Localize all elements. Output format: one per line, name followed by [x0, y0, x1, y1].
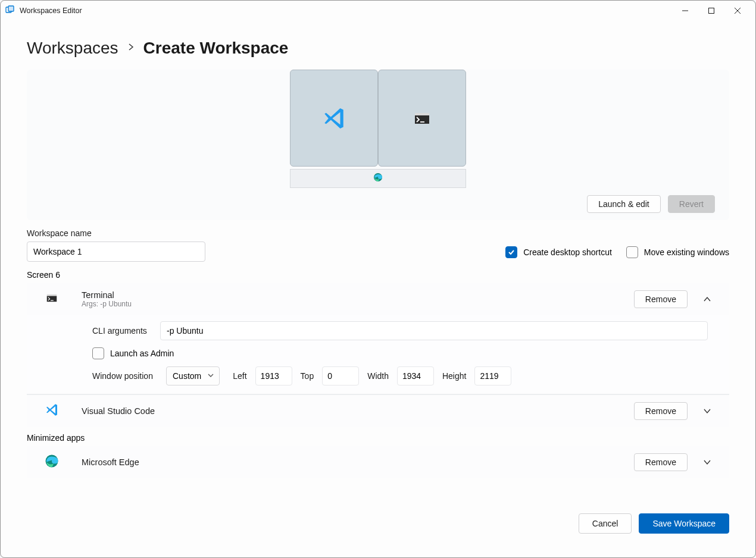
expand-button[interactable] — [698, 453, 716, 471]
cli-arguments-input[interactable] — [160, 321, 708, 340]
app-name: Microsoft Edge — [82, 457, 616, 467]
minimize-button[interactable] — [672, 2, 698, 20]
app-details-terminal: CLI arguments Launch as Admin Window pos… — [27, 315, 729, 394]
revert-button: Revert — [668, 195, 715, 213]
svg-rect-3 — [709, 8, 714, 14]
collapse-button[interactable] — [698, 290, 716, 308]
cli-arguments-label: CLI arguments — [92, 326, 152, 336]
chevron-right-icon — [127, 43, 135, 54]
chevron-up-icon — [703, 295, 711, 303]
workspace-name-input[interactable] — [27, 242, 205, 262]
layout-preview-panel: Launch & edit Revert — [27, 70, 729, 220]
page-title: Create Workspace — [143, 39, 289, 58]
window-position-label: Window position — [92, 371, 158, 381]
remove-button[interactable]: Remove — [634, 453, 688, 471]
window-position-select[interactable]: Custom — [166, 366, 220, 385]
top-input[interactable] — [322, 366, 359, 385]
remove-button[interactable]: Remove — [634, 290, 688, 308]
workspace-name-label: Workspace name — [27, 228, 205, 238]
breadcrumb-root[interactable]: Workspaces — [27, 39, 118, 58]
close-button[interactable] — [724, 2, 751, 20]
move-windows-checkbox[interactable]: Move existing windows — [626, 246, 729, 258]
left-input[interactable] — [255, 366, 292, 385]
svg-rect-1 — [8, 6, 14, 11]
save-workspace-button[interactable]: Save Workspace — [639, 513, 729, 534]
app-row-terminal: Terminal Args: -p Ubuntu Remove — [27, 283, 729, 315]
vscode-icon — [45, 403, 59, 419]
chevron-down-icon — [207, 371, 214, 381]
svg-rect-10 — [47, 294, 57, 296]
app-name: Terminal — [82, 290, 616, 300]
remove-button[interactable]: Remove — [634, 402, 688, 420]
edge-icon — [373, 173, 383, 184]
app-window: Workspaces Editor Workspaces Create Work… — [0, 0, 756, 558]
chevron-down-icon — [703, 458, 711, 466]
edge-icon — [45, 454, 59, 471]
layout-taskbar — [290, 169, 466, 188]
left-label: Left — [233, 371, 246, 381]
width-input[interactable] — [397, 366, 434, 385]
maximize-button[interactable] — [698, 2, 724, 20]
height-input[interactable] — [474, 366, 511, 385]
window-title: Workspaces Editor — [20, 7, 82, 15]
launch-as-admin-checkbox[interactable]: Launch as Admin — [92, 347, 174, 359]
top-label: Top — [301, 371, 314, 381]
layout-tile-terminal[interactable] — [378, 70, 466, 167]
launch-edit-button[interactable]: Launch & edit — [587, 195, 661, 213]
chevron-down-icon — [703, 407, 711, 415]
minimized-section-title: Minimized apps — [13, 433, 743, 443]
app-subtitle: Args: -p Ubuntu — [82, 300, 616, 308]
app-name: Visual Studio Code — [82, 406, 616, 416]
layout-tile-vscode[interactable] — [290, 70, 378, 167]
checkbox-unchecked-icon — [92, 347, 104, 359]
width-label: Width — [367, 371, 389, 381]
height-label: Height — [442, 371, 466, 381]
cancel-button[interactable]: Cancel — [579, 513, 632, 534]
checkbox-checked-icon — [505, 246, 517, 258]
screen-section-title: Screen 6 — [13, 270, 743, 280]
breadcrumb: Workspaces Create Workspace — [13, 21, 743, 70]
app-row-vscode: Visual Studio Code Remove — [27, 394, 729, 427]
terminal-icon — [45, 291, 58, 307]
create-shortcut-checkbox[interactable]: Create desktop shortcut — [505, 246, 612, 258]
svg-rect-6 — [415, 113, 429, 115]
titlebar: Workspaces Editor — [1, 1, 755, 21]
checkbox-unchecked-icon — [626, 246, 638, 258]
app-icon — [5, 5, 15, 17]
app-row-edge: Microsoft Edge Remove — [27, 446, 729, 478]
expand-button[interactable] — [698, 402, 716, 420]
